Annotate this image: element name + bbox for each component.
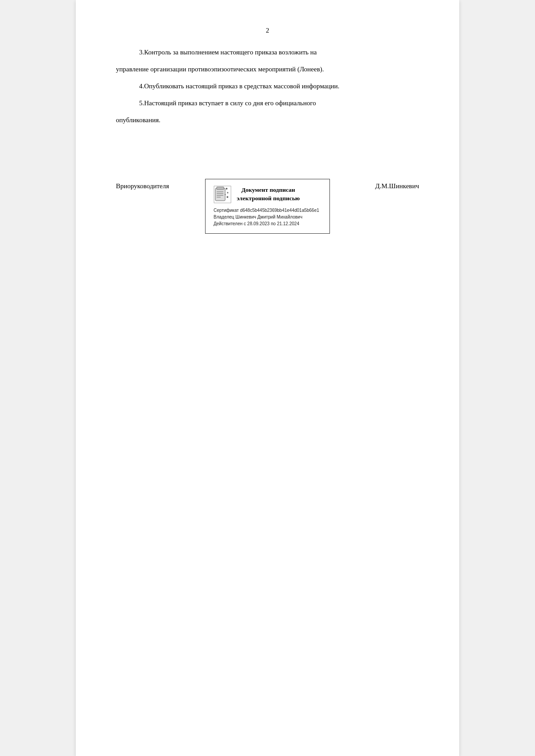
stamp-details: Сертификат d648c5b445b2369bb41e44d01a5b6… — [214, 207, 319, 227]
stamp-header: ✦ ★ ✦ ★ Документ подписан электронной по… — [214, 186, 321, 203]
paragraph-3: 3. Контроль за выполнением настоящего пр… — [116, 47, 419, 58]
svg-text:★: ★ — [226, 191, 229, 194]
svg-rect-1 — [215, 188, 225, 201]
paragraph-4: 4. Опубликовать настоящий приказ в средс… — [116, 81, 419, 91]
signature-title: Вриоруководителя — [116, 179, 178, 190]
stamp-cert: Сертификат d648c5b445b2369bb41e44d01a5b6… — [214, 207, 319, 214]
stamp-owner: Владелец Шинкевич Дмитрий Михайлович — [214, 214, 319, 220]
digital-signature-stamp: ✦ ★ ✦ ★ Документ подписан электронной по… — [205, 179, 330, 234]
signature-section: Вриоруководителя ✦ ★ ✦ ★ — [116, 179, 419, 234]
svg-text:★: ★ — [226, 195, 229, 199]
stamp-title: Документ подписан электронной подписью — [237, 186, 300, 203]
page-number: 2 — [116, 27, 419, 34]
para-4-number: 4. — [116, 81, 144, 91]
para-3-text: Контроль за выполнением настоящего прика… — [144, 47, 419, 58]
signatory-name: Д.М.Шинкевич — [357, 179, 419, 190]
para-3-continuation: управление организации противоэпизоотиче… — [116, 64, 419, 74]
para-5-text: Настоящий приказ вступает в силу со дня … — [144, 98, 419, 108]
para-5-number: 5. — [116, 98, 144, 108]
para-4-text: Опубликовать настоящий приказ в средства… — [144, 81, 419, 91]
para-3-number: 3. — [116, 47, 144, 58]
document-body: 3. Контроль за выполнением настоящего пр… — [116, 47, 419, 125]
para-5-continuation: опубликования. — [116, 115, 419, 125]
stamp-valid: Действителен с 28.09.2023 по 21.12.2024 — [214, 220, 319, 227]
svg-rect-2 — [217, 187, 224, 190]
paragraph-5: 5. Настоящий приказ вступает в силу со д… — [116, 98, 419, 108]
digital-signature-icon: ✦ ★ ✦ ★ — [214, 186, 231, 203]
document-page: 2 3. Контроль за выполнением настоящего … — [76, 0, 459, 756]
svg-text:✦: ✦ — [225, 187, 228, 191]
